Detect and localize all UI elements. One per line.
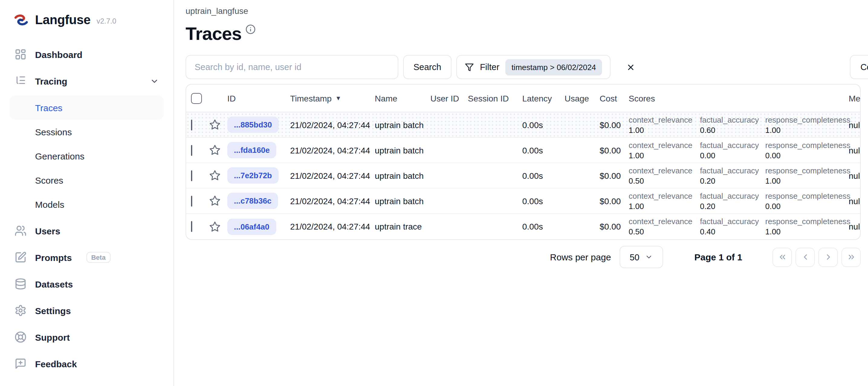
chevrons-right-icon <box>846 253 856 262</box>
col-header-timestamp[interactable]: Timestamp ▼ <box>290 93 375 103</box>
prev-page-button[interactable] <box>796 247 815 267</box>
trace-id-badge[interactable]: ...fda160e <box>227 142 277 158</box>
users-icon <box>14 225 27 237</box>
gear-icon <box>14 304 27 317</box>
score-value: 1.00 <box>629 151 700 160</box>
cell-metadata: null <box>849 171 861 180</box>
sidebar-item-models[interactable]: Models <box>10 192 164 216</box>
sidebar-item-dashboard[interactable]: Dashboard <box>10 42 164 66</box>
sidebar-item-label: Users <box>35 226 60 236</box>
score-value: 1.00 <box>765 227 849 236</box>
cell-name: uptrain batch <box>375 145 430 155</box>
score-value: 0.00 <box>765 201 849 211</box>
table-row[interactable]: ...fda160e 21/02/2024, 04:27:44 uptrain … <box>186 138 860 163</box>
table-row[interactable]: ...7e2b72b 21/02/2024, 04:27:44 uptrain … <box>186 163 860 189</box>
sidebar-nav: Dashboard Tracing Traces Sessions Genera… <box>10 42 164 378</box>
bookmark-star-icon[interactable] <box>209 195 227 206</box>
score-value: 0.50 <box>629 176 700 185</box>
trace-id-badge[interactable]: ...c78b36c <box>227 193 278 209</box>
bookmark-star-icon[interactable] <box>209 144 227 156</box>
bookmark-star-icon[interactable] <box>209 221 227 232</box>
dashboard-grid-icon <box>14 48 27 60</box>
score-name: context_relevance <box>629 140 700 150</box>
score-item: factual_accuracy 0.20 <box>700 166 765 185</box>
sidebar-item-tracing[interactable]: Tracing <box>10 69 164 93</box>
score-value: 0.00 <box>765 151 849 160</box>
title-row: Traces <box>186 24 868 50</box>
score-item: response_completeness 1.00 <box>765 166 849 185</box>
score-name: response_completeness <box>765 217 849 226</box>
table-row[interactable]: ...885bd30 21/02/2024, 04:27:44 uptrain … <box>186 112 860 138</box>
trace-id-badge[interactable]: ...7e2b72b <box>227 167 279 184</box>
bookmark-star-icon[interactable] <box>209 170 227 181</box>
select-all-checkbox[interactable] <box>191 93 202 104</box>
rows-per-page-value: 50 <box>629 252 639 262</box>
score-name: factual_accuracy <box>700 166 765 175</box>
row-checkbox[interactable] <box>191 221 192 232</box>
sidebar-item-traces[interactable]: Traces <box>10 95 164 120</box>
bookmark-star-icon[interactable] <box>209 119 227 130</box>
col-header-metadata: Metadata <box>849 93 861 103</box>
pencil-square-icon <box>14 251 27 263</box>
sidebar-item-prompts[interactable]: Prompts Beta <box>10 245 164 269</box>
filter-button[interactable]: Filter timestamp > 06/02/2024 <box>456 55 611 79</box>
sidebar: Langfuse v2.7.0 Dashboard Tracing Traces <box>0 0 174 386</box>
columns-button[interactable]: Columns <box>850 55 868 79</box>
sidebar-item-generations[interactable]: Generations <box>10 144 164 168</box>
sidebar-item-support[interactable]: Support <box>10 325 164 349</box>
next-page-button[interactable] <box>818 247 838 267</box>
score-value: 0.00 <box>700 151 765 160</box>
score-item: context_relevance 1.00 <box>629 115 700 134</box>
rows-per-page-select[interactable]: 50 <box>620 246 663 268</box>
trace-id-badge[interactable]: ...06af4a0 <box>227 218 276 235</box>
sidebar-item-label: Dashboard <box>35 49 83 60</box>
search-input[interactable] <box>186 55 398 79</box>
toolbar: Search Filter timestamp > 06/02/2024 Col… <box>186 55 868 79</box>
score-item: factual_accuracy 0.00 <box>700 140 765 160</box>
columns-label: Columns <box>861 62 868 72</box>
clear-filter-button[interactable] <box>626 63 635 72</box>
breadcrumb[interactable]: uptrain_langfuse <box>186 6 868 18</box>
col-header-scores: Scores <box>629 93 849 103</box>
sidebar-item-scores[interactable]: Scores <box>10 168 164 192</box>
cell-cost: $0.00 <box>600 120 629 130</box>
main-content: uptrain_langfuse Traces Search Filter ti… <box>174 0 868 386</box>
chevrons-left-icon <box>778 253 787 262</box>
sidebar-item-label: Prompts <box>35 252 72 262</box>
score-value: 1.00 <box>629 125 700 134</box>
filter-chip[interactable]: timestamp > 06/02/2024 <box>505 59 602 75</box>
score-item: factual_accuracy 0.60 <box>700 115 765 134</box>
score-value: 0.20 <box>700 201 765 211</box>
search-button[interactable]: Search <box>403 55 452 79</box>
tracing-list-tree-icon <box>14 75 27 87</box>
table-row[interactable]: ...06af4a0 21/02/2024, 04:27:44 uptrain … <box>186 214 860 239</box>
first-page-button[interactable] <box>773 247 792 267</box>
trace-id-badge[interactable]: ...885bd30 <box>227 117 279 133</box>
score-value: 1.00 <box>765 125 849 134</box>
sidebar-item-settings[interactable]: Settings <box>10 298 164 323</box>
database-icon <box>14 278 27 290</box>
cell-cost: $0.00 <box>600 196 629 206</box>
sidebar-item-datasets[interactable]: Datasets <box>10 272 164 296</box>
info-icon[interactable] <box>245 24 255 34</box>
last-page-button[interactable] <box>841 247 861 267</box>
sort-desc-icon: ▼ <box>335 95 341 101</box>
pager-buttons <box>773 247 861 267</box>
langfuse-app: Langfuse v2.7.0 Dashboard Tracing Traces <box>0 0 868 386</box>
sidebar-item-feedback[interactable]: Feedback <box>10 352 164 376</box>
table-row[interactable]: ...c78b36c 21/02/2024, 04:27:44 uptrain … <box>186 189 860 214</box>
score-item: response_completeness 1.00 <box>765 115 849 134</box>
score-value: 0.40 <box>700 227 765 236</box>
traces-table: ID Timestamp ▼ Name User ID Session ID L… <box>186 84 861 240</box>
sidebar-item-users[interactable]: Users <box>10 219 164 243</box>
row-checkbox[interactable] <box>191 145 192 156</box>
col-header-name: Name <box>375 93 430 103</box>
col-header-usage: Usage <box>564 93 600 103</box>
score-name: context_relevance <box>629 217 700 226</box>
row-checkbox[interactable] <box>191 119 192 130</box>
row-checkbox[interactable] <box>191 170 192 181</box>
row-checkbox[interactable] <box>191 195 192 206</box>
sidebar-item-sessions[interactable]: Sessions <box>10 120 164 144</box>
col-header-user-id: User ID <box>430 93 468 103</box>
chevron-down-icon <box>645 253 653 261</box>
